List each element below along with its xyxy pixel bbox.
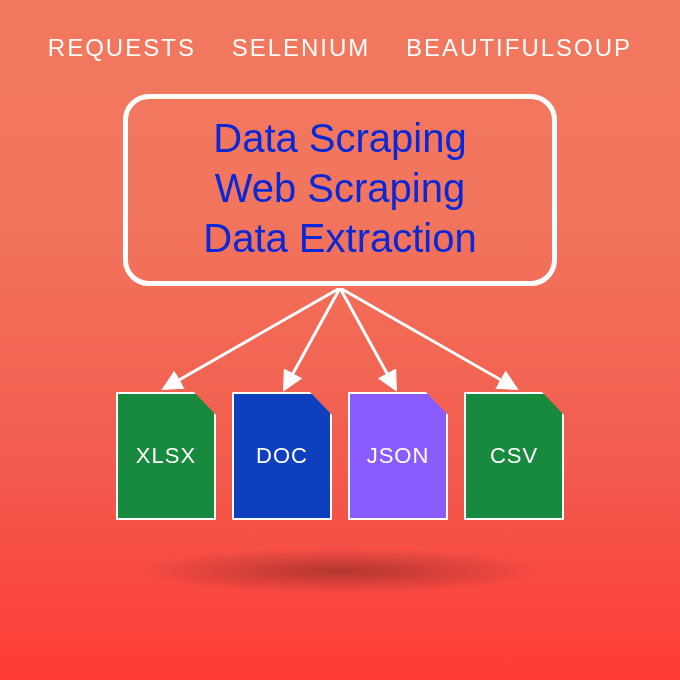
file-json: JSON [348,392,448,520]
top-labels-row: REQUESTS SELENIUM BEAUTIFULSOUP [0,34,680,62]
drop-shadow [135,548,545,594]
top-label-selenium: SELENIUM [232,34,371,62]
file-json-label: JSON [367,443,430,469]
file-doc-label: DOC [256,443,308,469]
file-xlsx-label: XLSX [136,443,196,469]
file-csv: CSV [464,392,564,520]
main-box-line-2: Web Scraping [150,163,530,213]
file-doc: DOC [232,392,332,520]
file-xlsx: XLSX [116,392,216,520]
diagram-canvas: REQUESTS SELENIUM BEAUTIFULSOUP Data Scr… [0,0,680,680]
main-box-line-3: Data Extraction [150,213,530,263]
top-label-requests: REQUESTS [48,34,196,62]
main-concept-box: Data Scraping Web Scraping Data Extracti… [123,94,557,286]
top-label-beautifulsoup: BEAUTIFULSOUP [406,34,632,62]
file-outputs-row: XLSX DOC JSON CSV [116,392,564,520]
arrows-icon [105,288,575,398]
main-box-line-1: Data Scraping [150,113,530,163]
file-csv-label: CSV [490,443,538,469]
